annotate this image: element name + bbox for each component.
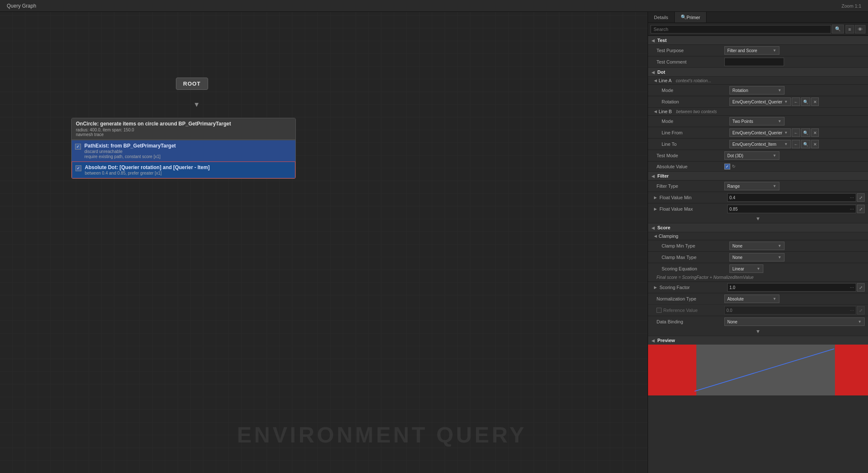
line-a-mode-dropdown[interactable]: Rotation ▼ (729, 86, 785, 95)
test-item-desc1-path-exist: discard unreachable (84, 149, 176, 154)
clamp-min-type-dropdown[interactable]: None ▼ (729, 242, 785, 250)
float-max-btn[interactable]: ⋯ (850, 207, 854, 211)
line-a-rotation-clear-btn[interactable]: ✕ (811, 97, 819, 106)
subsection-line-a[interactable]: ◀ Line A context's rotation... (648, 76, 868, 84)
section-preview[interactable]: ◀ Preview (648, 336, 868, 345)
root-node[interactable]: ROOT (176, 78, 208, 90)
line-b-mode-dropdown[interactable]: Two Points ▼ (729, 117, 785, 125)
test-comment-input[interactable] (724, 58, 784, 66)
view-eye-button[interactable]: 👁 (855, 25, 865, 33)
scoring-equation-arrow: ▼ (757, 267, 760, 271)
line-from-clear-btn[interactable]: ✕ (811, 128, 819, 137)
reference-value-checkbox[interactable] (657, 308, 662, 313)
prop-line-a-mode-value: Rotation ▼ (729, 86, 865, 95)
test-mode-value: Dot (3D) (727, 153, 743, 158)
test-item-checkbox-path-exist[interactable]: ✓ (75, 144, 81, 150)
section-filter-title: Filter (657, 173, 669, 178)
filter-separator: ▼ (648, 214, 868, 223)
prop-absolute-value-label: Absolute Value (657, 164, 724, 169)
subsection-line-b-arrow: ◀ (654, 109, 657, 114)
line-from-dropdown[interactable]: EnvQueryContext_Querier ▼ (729, 128, 791, 137)
subsection-clamping[interactable]: ◀ Clamping (648, 232, 868, 240)
test-item-desc2-path-exist: require existing path, constant score [x… (84, 154, 176, 159)
line-a-mode-arrow: ▼ (778, 88, 782, 92)
test-item-content-path-exist: PathExist: from BP_GetPrimaryTarget disc… (84, 143, 176, 159)
prop-data-binding: Data Binding None ▼ (648, 316, 868, 327)
prop-clamp-min-type-value: None ▼ (729, 242, 865, 250)
test-purpose-arrow: ▼ (773, 48, 776, 53)
subsection-line-a-arrow: ◀ (654, 78, 657, 83)
main-layout: ROOT ▼ OnCircle: generate items on circl… (0, 12, 868, 473)
float-max-input[interactable]: 0.85 ⋯ (727, 205, 856, 213)
prop-line-b-mode: Mode Two Points ▼ (648, 115, 868, 127)
subsection-line-b[interactable]: ◀ Line B between two contexts (648, 107, 868, 115)
tab-details[interactable]: Details (648, 12, 675, 22)
section-score[interactable]: ◀ Score (648, 223, 868, 232)
prop-test-comment: Test Comment (648, 56, 868, 67)
section-filter[interactable]: ◀ Filter (648, 171, 868, 180)
float-max-expand-btn[interactable]: ⤢ (857, 205, 865, 213)
line-to-clear-btn[interactable]: ✕ (811, 140, 819, 148)
search-input[interactable] (651, 25, 831, 33)
line-to-dropdown[interactable]: EnvQueryContext_Item ▼ (729, 140, 791, 148)
float-min-val: 0.4 (729, 195, 735, 200)
reference-value-input[interactable]: 0.0 ⋯ (724, 306, 856, 314)
test-item-path-exist[interactable]: ✓ PathExist: from BP_GetPrimaryTarget di… (72, 140, 295, 161)
scoring-factor-input[interactable]: 1.0 ⋯ (727, 283, 856, 292)
test-item-checkbox-abs-dot[interactable]: ✓ (75, 165, 81, 171)
line-to-search-btn[interactable]: 🔍 (801, 140, 810, 148)
prop-float-min: ▶ Float Value Min 0.4 ⋯ ⤢ (648, 192, 868, 203)
line-a-rotation-dropdown[interactable]: EnvQueryContext_Querier ▼ (729, 97, 791, 106)
scoring-factor-val: 1.0 (729, 285, 735, 290)
test-item-abs-dot[interactable]: ✓ Absolute Dot: [Querier rotation] and [… (72, 161, 295, 178)
float-max-expand-arrow: ▶ (654, 207, 657, 211)
prop-filter-type: Filter Type Range ▼ (648, 180, 868, 192)
test-mode-dropdown[interactable]: Dot (3D) ▼ (724, 151, 779, 160)
query-node-subtitle2: navmesh trace (76, 132, 291, 137)
prop-line-from: Line From EnvQueryContext_Querier ▼ ← 🔍 … (648, 127, 868, 138)
search-button[interactable]: 🔍 (832, 25, 844, 33)
subsection-clamping-arrow: ◀ (654, 234, 657, 238)
absolute-value-checkbox[interactable]: ✓ (724, 164, 730, 170)
tab-primer[interactable]: 🔍 Primer (675, 12, 707, 22)
line-from-search-btn[interactable]: 🔍 (801, 128, 810, 137)
prop-line-a-rotation: Rotation EnvQueryContext_Querier ▼ ← 🔍 ✕ (648, 96, 868, 107)
prop-test-comment-value (724, 58, 865, 66)
graph-area[interactable]: ROOT ▼ OnCircle: generate items on circl… (0, 12, 648, 473)
clamp-max-type-dropdown[interactable]: None ▼ (729, 253, 785, 262)
query-node-subtitle1: radius: 400.0, item span: 150.0 (76, 128, 291, 132)
float-min-input[interactable]: 0.4 ⋯ (727, 193, 856, 202)
prop-normalization-type: Normalization Type Absolute ▼ (648, 293, 868, 304)
line-a-rotation-search-btn[interactable]: 🔍 (801, 97, 810, 106)
scoring-factor-btn[interactable]: ⋯ (850, 285, 854, 290)
prop-clamp-max-type-label: Clamp Max Type (662, 255, 729, 260)
prop-test-mode: Test Mode Dot (3D) ▼ (648, 150, 868, 161)
float-min-expand-btn[interactable]: ⤢ (857, 193, 865, 202)
prop-scoring-factor-value: 1.0 ⋯ ⤢ (727, 283, 865, 292)
reference-value-btn[interactable]: ⋯ (850, 308, 854, 313)
scoring-factor-expand-btn[interactable]: ⤢ (857, 283, 865, 292)
scoring-equation-dropdown[interactable]: Linear ▼ (729, 264, 763, 273)
clamp-max-type-value: None (732, 255, 743, 260)
line-a-rotation-back-btn[interactable]: ← (792, 97, 800, 106)
query-node[interactable]: OnCircle: generate items on circle aroun… (71, 118, 296, 179)
section-dot[interactable]: ◀ Dot (648, 67, 868, 76)
absolute-value-refresh[interactable]: ↻ (732, 164, 735, 169)
line-b-mode-arrow: ▼ (778, 119, 782, 123)
line-to-back-btn[interactable]: ← (792, 140, 800, 148)
normalization-type-dropdown[interactable]: Absolute ▼ (724, 295, 779, 303)
test-item-title-abs-dot: Absolute Dot: [Querier rotation] and [Qu… (85, 164, 210, 170)
line-from-back-btn[interactable]: ← (792, 128, 800, 137)
filter-type-value: Range (727, 184, 740, 189)
float-min-btn[interactable]: ⋯ (850, 195, 854, 200)
test-purpose-dropdown[interactable]: Filter and Score ▼ (724, 46, 779, 55)
line-to-arrow: ▼ (784, 142, 788, 146)
view-list-button[interactable]: ≡ (846, 25, 854, 33)
tab-details-label: Details (654, 15, 668, 20)
prop-normalization-type-value: Absolute ▼ (724, 295, 865, 303)
reference-value-expand-btn[interactable]: ⤢ (857, 306, 865, 314)
line-a-subtitle: context's rotation... (676, 78, 712, 83)
filter-type-dropdown[interactable]: Range ▼ (724, 182, 779, 190)
data-binding-dropdown[interactable]: None ▼ (724, 317, 865, 326)
section-test[interactable]: ◀ Test (648, 36, 868, 45)
